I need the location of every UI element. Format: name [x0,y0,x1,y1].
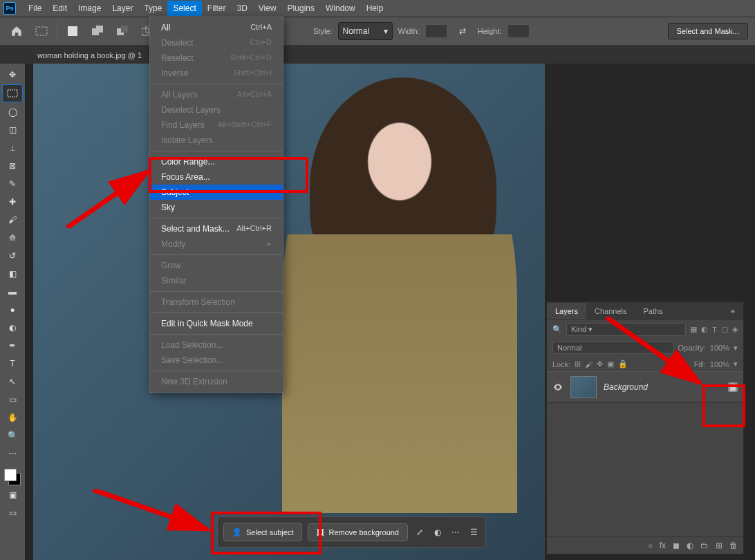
tab-layers[interactable]: Layers [547,303,586,319]
layer-thumbnail[interactable] [570,376,597,398]
menu-item-color-range[interactable]: Color Range... [150,154,283,169]
brush-tool-icon[interactable]: 🖌 [3,212,22,228]
history-brush-tool-icon[interactable]: ↺ [3,248,22,264]
eyedropper-tool-icon[interactable]: ✎ [3,176,22,192]
width-input[interactable] [425,24,447,38]
pen-tool-icon[interactable]: ✒ [3,337,22,354]
clone-stamp-tool-icon[interactable]: ⟰ [3,230,22,246]
opacity-value[interactable]: 100% [710,344,729,352]
color-swatches[interactable] [4,469,21,485]
marquee-tool-icon[interactable] [2,84,23,102]
layer-filter-select[interactable]: Kind ▾ [566,323,686,336]
lock-all-icon[interactable]: ⊞ [575,360,581,368]
properties-icon[interactable]: ☰ [467,526,480,539]
new-layer-icon[interactable]: ⊞ [716,541,723,550]
screen-mode-icon[interactable]: ▭ [3,505,22,521]
menu-item-sky[interactable]: Sky [150,200,283,215]
gradient-tool-icon[interactable]: ▬ [3,283,22,300]
select-subject-button[interactable]: 👤 Select subject [223,523,302,541]
lock-icon[interactable]: 🔒 [618,360,628,368]
path-select-tool-icon[interactable]: ↖ [3,373,22,390]
edit-toolbar-icon[interactable]: ⋯ [3,445,22,462]
search-icon[interactable]: 🔍 [552,325,562,334]
tab-channels[interactable]: Channels [586,303,635,319]
fill-value[interactable]: 100% [710,360,729,368]
menu-item-all[interactable]: AllCtrl+A [150,20,283,35]
move-tool-icon[interactable]: ✥ [3,66,22,83]
menu-file[interactable]: File [23,1,47,16]
select-and-mask-button[interactable]: Select and Mask... [668,23,749,39]
menu-filter[interactable]: Filter [202,1,232,16]
object-select-tool-icon[interactable]: ◫ [3,122,22,138]
style-label: Style: [313,27,333,35]
style-select[interactable]: Normal▾ [338,22,393,40]
blur-tool-icon[interactable]: ● [3,301,22,318]
menu-item-similar: Similar [150,273,283,288]
quick-mask-icon[interactable]: ▣ [3,487,22,503]
filter-shape-icon[interactable]: ▢ [721,325,728,334]
menu-item-deselect-layers: Deselect Layers [150,102,283,118]
frame-tool-icon[interactable]: ⊠ [3,158,22,174]
menu-window[interactable]: Window [320,1,361,16]
lock-paint-icon[interactable]: 🖌 [585,360,593,368]
filter-smart-icon[interactable]: ◈ [732,325,738,334]
dodge-tool-icon[interactable]: ◐ [3,319,22,336]
eraser-tool-icon[interactable]: ◧ [3,265,22,282]
lock-icon[interactable] [728,382,738,392]
layer-name[interactable]: Background [604,382,728,392]
document-tab[interactable]: woman holding a book.jpg @ 1 [29,47,150,64]
remove-background-button[interactable]: 🖼 Remove background [308,523,408,541]
menu-type[interactable]: Type [138,1,167,16]
transform-icon[interactable]: ⤢ [413,526,426,539]
tools-panel: ✥ ◯ ◫ ⟂ ⊠ ✎ ✚ 🖌 ⟰ ↺ ◧ ▬ ● ◐ ✒ T ↖ ▭ ✋ 🔍 … [0,64,25,560]
home-icon[interactable] [7,21,26,41]
more-icon[interactable]: ⋯ [449,526,462,539]
menu-view[interactable]: View [253,1,282,16]
lock-artboard-icon[interactable]: ▣ [607,360,614,368]
marquee-tool-icon[interactable] [32,21,51,41]
menu-item-subject[interactable]: Subject [150,185,283,200]
swap-dimensions-icon[interactable]: ⇄ [453,21,472,41]
menu-3d[interactable]: 3D [231,1,252,16]
lasso-tool-icon[interactable]: ◯ [3,104,22,120]
menu-item-edit-in-quick-mask-mode[interactable]: Edit in Quick Mask Mode [150,316,283,331]
subtract-selection-icon[interactable] [113,21,132,41]
menu-edit[interactable]: Edit [47,1,73,16]
filter-pixel-icon[interactable]: ▦ [690,325,697,334]
type-tool-icon[interactable]: T [3,355,22,372]
image-icon: 🖼 [317,528,324,536]
zoom-tool-icon[interactable]: 🔍 [3,427,22,444]
menu-item-select-and-mask[interactable]: Select and Mask...Alt+Ctrl+R [150,221,283,236]
lock-position-icon[interactable]: ✥ [597,360,603,368]
tab-paths[interactable]: Paths [635,303,671,319]
adjust-icon[interactable]: ◐ [431,526,444,539]
rectangle-tool-icon[interactable]: ▭ [3,391,22,408]
panel-menu-icon[interactable]: ≡ [723,303,743,319]
visibility-icon[interactable] [552,382,563,393]
menu-plugins[interactable]: Plugins [282,1,320,16]
healing-brush-tool-icon[interactable]: ✚ [3,194,22,210]
filter-type-icon[interactable]: T [712,326,717,334]
filter-adjust-icon[interactable]: ◐ [701,325,708,334]
menu-layer[interactable]: Layer [106,1,138,16]
group-icon[interactable]: 🗀 [700,541,709,550]
fx-icon[interactable]: fx [660,541,666,550]
menu-item-deselect: DeselectCtrl+D [150,35,283,50]
menu-image[interactable]: Image [73,1,106,16]
menu-help[interactable]: Help [361,1,389,16]
mask-icon[interactable]: ◼ [673,541,680,550]
new-selection-icon[interactable] [63,21,82,41]
blend-mode-select[interactable]: Normal [552,342,674,354]
delete-icon[interactable]: 🗑 [729,541,738,550]
crop-tool-icon[interactable]: ⟂ [3,140,22,156]
adjustment-icon[interactable]: ◐ [687,541,693,550]
hand-tool-icon[interactable]: ✋ [3,409,22,426]
menu-select[interactable]: Select [167,1,201,16]
link-layers-icon[interactable]: ⟐ [648,541,653,550]
add-selection-icon[interactable] [88,21,107,41]
layer-row-background[interactable]: Background [547,371,743,403]
menu-item-reselect: ReselectShift+Ctrl+D [150,50,283,66]
height-input[interactable] [507,24,530,38]
menu-item-focus-area[interactable]: Focus Area... [150,169,283,185]
menu-item-inverse: InverseShift+Ctrl+I [150,66,283,81]
